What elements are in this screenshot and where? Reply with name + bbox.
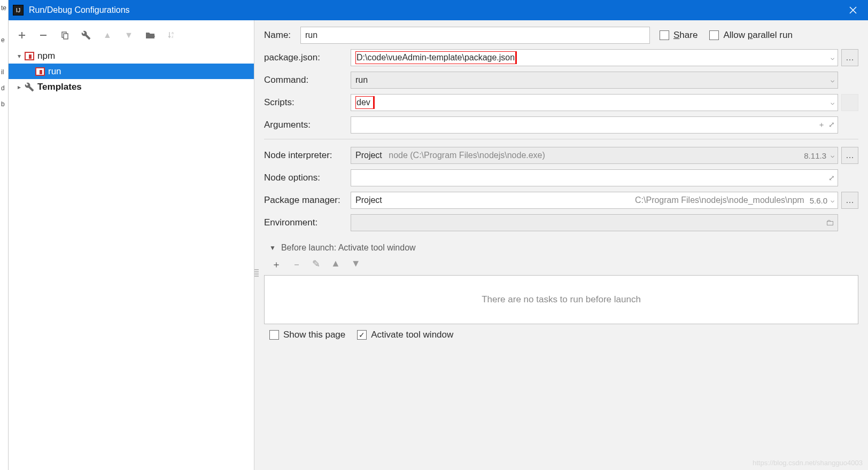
environment-label: Environment: bbox=[264, 217, 351, 228]
scripts-value: dev bbox=[355, 96, 374, 109]
chevron-right-icon: ▸ bbox=[15, 83, 24, 91]
svg-text:z: z bbox=[172, 35, 174, 38]
name-input[interactable] bbox=[300, 27, 650, 44]
scripts-combo[interactable]: dev ⌵ bbox=[351, 94, 838, 111]
config-tree: ▾ npm run ▸ Templates bbox=[9, 47, 254, 470]
folder-button[interactable] bbox=[144, 29, 156, 41]
package-json-field[interactable]: D:\code\vueAdmin-template\package.json ⌵ bbox=[351, 49, 838, 66]
sort-button[interactable]: az bbox=[166, 29, 177, 41]
package-manager-version: 5.6.0 bbox=[810, 196, 827, 205]
before-launch-header[interactable]: ▼ Before launch: Activate tool window bbox=[264, 243, 858, 253]
scripts-extra-button[interactable] bbox=[841, 94, 858, 111]
right-panel: Name: Share Allow parallel run bbox=[254, 20, 868, 470]
edit-defaults-button[interactable] bbox=[80, 29, 92, 41]
share-label: Share bbox=[673, 30, 698, 41]
environment-field[interactable]: 🗀 bbox=[351, 214, 838, 231]
tree-node-label: npm bbox=[37, 51, 55, 61]
show-this-page-label: Show this page bbox=[283, 330, 345, 340]
left-toolbar: ▲ ▼ az bbox=[9, 24, 254, 47]
divider bbox=[264, 139, 858, 139]
browse-package-button[interactable]: … bbox=[841, 49, 858, 66]
before-launch-title: Before launch: Activate tool window bbox=[281, 243, 416, 253]
bl-edit-button[interactable]: ✎ bbox=[312, 258, 320, 271]
package-manager-label: Package manager: bbox=[264, 195, 351, 206]
arguments-input[interactable] bbox=[351, 116, 838, 134]
package-json-value: D:\code\vueAdmin-template\package.json bbox=[355, 51, 516, 64]
activate-tool-window-checkbox[interactable]: ✓ Activate tool window bbox=[357, 330, 453, 340]
titlebar: IJ Run/Debug Configurations bbox=[9, 0, 868, 20]
checkbox-icon bbox=[269, 330, 279, 340]
arguments-label: Arguments: bbox=[264, 120, 351, 130]
npm-icon bbox=[34, 67, 46, 76]
command-label: Command: bbox=[264, 75, 351, 85]
node-options-label: Node options: bbox=[264, 173, 351, 183]
before-launch-empty-text: There are no tasks to run before launch bbox=[482, 294, 641, 305]
allow-parallel-label: Allow parallel run bbox=[723, 30, 792, 41]
watermark: https://blog.csdn.net/shangguo4003 bbox=[753, 459, 863, 467]
move-down-button[interactable]: ▼ bbox=[123, 29, 135, 41]
chevron-down-icon: ⌵ bbox=[831, 54, 834, 61]
package-manager-combo[interactable]: Project C:\Program Files\nodejs\node_mod… bbox=[351, 192, 838, 209]
tree-node-label: Templates bbox=[37, 82, 82, 92]
command-value: run bbox=[355, 75, 831, 85]
dialog-body: ▲ ▼ az ▾ npm run bbox=[9, 20, 868, 470]
tree-node-templates[interactable]: ▸ Templates bbox=[9, 79, 254, 95]
browse-pkgmgr-button[interactable]: … bbox=[841, 192, 858, 209]
chevron-down-icon: ⌵ bbox=[831, 197, 834, 204]
expand-icon[interactable]: ⤢ bbox=[828, 120, 835, 130]
background-sliver: te e ildb bbox=[0, 0, 9, 470]
app-icon: IJ bbox=[13, 5, 24, 15]
svg-rect-3 bbox=[64, 34, 68, 39]
left-panel: ▲ ▼ az ▾ npm run bbox=[9, 20, 254, 470]
copy-config-button[interactable] bbox=[59, 29, 71, 41]
svg-rect-5 bbox=[153, 35, 154, 38]
tree-node-npm[interactable]: ▾ npm bbox=[9, 48, 254, 64]
chevron-down-icon: ⌵ bbox=[831, 99, 834, 106]
wrench-icon bbox=[24, 82, 35, 92]
tree-node-run[interactable]: run bbox=[9, 64, 254, 79]
expand-icon[interactable]: ⤢ bbox=[828, 174, 835, 182]
name-label: Name: bbox=[264, 30, 300, 41]
tree-node-label: run bbox=[48, 66, 61, 77]
remove-config-button[interactable] bbox=[37, 29, 49, 41]
checkbox-icon bbox=[709, 30, 719, 40]
node-interpreter-combo[interactable]: Project node (C:\Program Files\nodejs\no… bbox=[351, 147, 838, 164]
node-interpreter-label: Node interpreter: bbox=[264, 150, 351, 161]
node-interpreter-path: node (C:\Program Files\nodejs\node.exe) bbox=[389, 151, 545, 160]
checkbox-checked-icon: ✓ bbox=[357, 330, 367, 340]
show-this-page-checkbox[interactable]: Show this page bbox=[269, 330, 345, 340]
resize-grip[interactable] bbox=[254, 269, 259, 278]
bl-remove-button[interactable]: － bbox=[292, 258, 301, 271]
before-launch-tasks-empty: There are no tasks to run before launch bbox=[264, 275, 858, 324]
window-title: Run/Debug Configurations bbox=[29, 5, 838, 15]
move-up-button[interactable]: ▲ bbox=[102, 29, 113, 41]
node-options-input[interactable] bbox=[351, 169, 838, 186]
npm-icon bbox=[24, 51, 35, 61]
svg-text:a: a bbox=[172, 31, 174, 35]
before-launch-section: ▼ Before launch: Activate tool window ＋ … bbox=[264, 243, 858, 340]
activate-tool-window-label: Activate tool window bbox=[371, 330, 453, 340]
folder-icon[interactable]: 🗀 bbox=[826, 218, 834, 228]
bl-up-button[interactable]: ▲ bbox=[331, 258, 340, 271]
browse-interpreter-button[interactable]: … bbox=[841, 147, 858, 164]
add-config-button[interactable] bbox=[16, 29, 28, 41]
before-launch-toolbar: ＋ － ✎ ▲ ▼ bbox=[264, 253, 858, 275]
triangle-down-icon: ▼ bbox=[269, 244, 276, 252]
chevron-down-icon: ⌵ bbox=[831, 152, 834, 159]
dialog-window: IJ Run/Debug Configurations ▲ bbox=[9, 0, 868, 470]
chevron-down-icon: ⌵ bbox=[831, 76, 834, 84]
share-checkbox[interactable]: Share bbox=[660, 30, 698, 41]
node-interpreter-project: Project bbox=[355, 151, 382, 160]
package-manager-path: C:\Program Files\nodejs\node_modules\npm bbox=[635, 195, 804, 205]
checkbox-icon bbox=[660, 30, 669, 40]
plus-icon[interactable]: ＋ bbox=[818, 120, 825, 130]
close-button[interactable] bbox=[838, 0, 868, 20]
bl-down-button[interactable]: ▼ bbox=[351, 258, 361, 271]
allow-parallel-checkbox[interactable]: Allow parallel run bbox=[709, 30, 792, 41]
node-interpreter-version: 8.11.3 bbox=[804, 151, 826, 160]
command-combo[interactable]: run ⌵ bbox=[351, 72, 838, 89]
bl-add-button[interactable]: ＋ bbox=[272, 258, 281, 271]
package-manager-project: Project bbox=[355, 195, 382, 205]
chevron-down-icon: ▾ bbox=[15, 52, 24, 60]
scripts-label: Scripts: bbox=[264, 97, 351, 108]
